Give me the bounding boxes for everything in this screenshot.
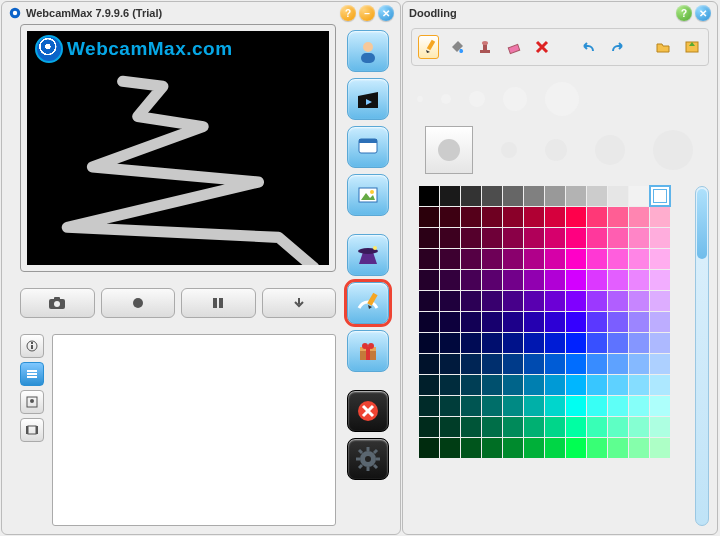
brush-size-xl[interactable] <box>545 82 579 116</box>
color-swatch[interactable] <box>608 186 628 206</box>
snapshot-button[interactable] <box>20 288 95 318</box>
color-swatch[interactable] <box>587 396 607 416</box>
color-swatch[interactable] <box>440 291 460 311</box>
color-swatch[interactable] <box>629 396 649 416</box>
color-swatch[interactable] <box>503 207 523 227</box>
source-desktop-button[interactable] <box>347 126 389 168</box>
color-swatch[interactable] <box>419 417 439 437</box>
color-swatch[interactable] <box>440 375 460 395</box>
color-swatch[interactable] <box>650 333 670 353</box>
color-swatch[interactable] <box>461 375 481 395</box>
undo-tool[interactable] <box>578 35 598 59</box>
brush-size-xs[interactable] <box>417 96 423 102</box>
source-movie-button[interactable] <box>347 78 389 120</box>
color-swatch[interactable] <box>608 333 628 353</box>
color-swatch[interactable] <box>524 228 544 248</box>
source-image-button[interactable] <box>347 174 389 216</box>
color-swatch[interactable] <box>461 291 481 311</box>
color-swatch[interactable] <box>482 249 502 269</box>
color-swatch[interactable] <box>503 396 523 416</box>
color-swatch[interactable] <box>419 249 439 269</box>
color-swatch[interactable] <box>419 207 439 227</box>
color-swatch[interactable] <box>482 375 502 395</box>
redo-tool[interactable] <box>607 35 627 59</box>
color-swatch[interactable] <box>482 312 502 332</box>
color-swatch[interactable] <box>524 438 544 458</box>
color-swatch[interactable] <box>545 186 565 206</box>
palette-scrollbar[interactable] <box>695 186 709 526</box>
eraser-tool[interactable] <box>503 35 523 59</box>
color-swatch[interactable] <box>461 249 481 269</box>
color-swatch[interactable] <box>587 249 607 269</box>
gifts-button[interactable] <box>347 330 389 372</box>
color-swatch[interactable] <box>587 270 607 290</box>
color-swatch[interactable] <box>608 249 628 269</box>
color-swatch[interactable] <box>440 270 460 290</box>
color-swatch[interactable] <box>440 228 460 248</box>
color-swatch[interactable] <box>503 312 523 332</box>
color-swatch[interactable] <box>419 396 439 416</box>
color-swatch[interactable] <box>566 207 586 227</box>
color-swatch[interactable] <box>650 312 670 332</box>
color-swatch[interactable] <box>650 354 670 374</box>
color-swatch[interactable] <box>440 396 460 416</box>
color-swatch[interactable] <box>650 375 670 395</box>
color-swatch[interactable] <box>650 207 670 227</box>
color-swatch[interactable] <box>650 291 670 311</box>
color-swatch[interactable] <box>440 438 460 458</box>
titlebar-button-1[interactable]: ? <box>340 5 356 21</box>
color-swatch[interactable] <box>524 207 544 227</box>
color-swatch[interactable] <box>461 312 481 332</box>
color-swatch[interactable] <box>608 375 628 395</box>
close-button[interactable]: ✕ <box>378 5 394 21</box>
color-swatch[interactable] <box>461 186 481 206</box>
color-swatch[interactable] <box>545 438 565 458</box>
color-swatch[interactable] <box>503 417 523 437</box>
doodling-button[interactable] <box>347 282 389 324</box>
color-swatch[interactable] <box>566 291 586 311</box>
color-swatch[interactable] <box>545 312 565 332</box>
color-swatch[interactable] <box>461 228 481 248</box>
brush-size-l[interactable] <box>503 87 527 111</box>
color-swatch[interactable] <box>608 312 628 332</box>
color-swatch[interactable] <box>566 354 586 374</box>
brush-alt-2[interactable] <box>545 139 567 161</box>
color-swatch[interactable] <box>629 438 649 458</box>
color-swatch[interactable] <box>545 228 565 248</box>
color-swatch[interactable] <box>566 186 586 206</box>
color-swatch[interactable] <box>524 375 544 395</box>
color-swatch[interactable] <box>566 312 586 332</box>
color-swatch[interactable] <box>629 249 649 269</box>
color-swatch[interactable] <box>566 375 586 395</box>
pencil-tool[interactable] <box>418 35 439 59</box>
color-swatch[interactable] <box>482 228 502 248</box>
color-swatch[interactable] <box>650 417 670 437</box>
color-swatch[interactable] <box>608 270 628 290</box>
color-swatch[interactable] <box>440 312 460 332</box>
color-swatch[interactable] <box>566 417 586 437</box>
color-swatch[interactable] <box>482 186 502 206</box>
color-swatch[interactable] <box>482 270 502 290</box>
color-swatch[interactable] <box>608 417 628 437</box>
color-swatch[interactable] <box>629 228 649 248</box>
color-swatch[interactable] <box>524 186 544 206</box>
color-swatch[interactable] <box>629 375 649 395</box>
color-swatch[interactable] <box>566 333 586 353</box>
color-swatch[interactable] <box>587 438 607 458</box>
color-swatch[interactable] <box>503 228 523 248</box>
color-swatch[interactable] <box>587 417 607 437</box>
color-swatch[interactable] <box>650 396 670 416</box>
color-swatch[interactable] <box>608 291 628 311</box>
color-swatch[interactable] <box>629 270 649 290</box>
color-swatch[interactable] <box>503 291 523 311</box>
color-swatch[interactable] <box>482 354 502 374</box>
color-swatch[interactable] <box>482 291 502 311</box>
color-swatch[interactable] <box>461 354 481 374</box>
color-swatch[interactable] <box>608 396 628 416</box>
color-swatch[interactable] <box>524 270 544 290</box>
color-swatch[interactable] <box>524 354 544 374</box>
color-swatch[interactable] <box>482 396 502 416</box>
color-swatch[interactable] <box>545 354 565 374</box>
color-swatch[interactable] <box>482 417 502 437</box>
color-swatch[interactable] <box>503 333 523 353</box>
